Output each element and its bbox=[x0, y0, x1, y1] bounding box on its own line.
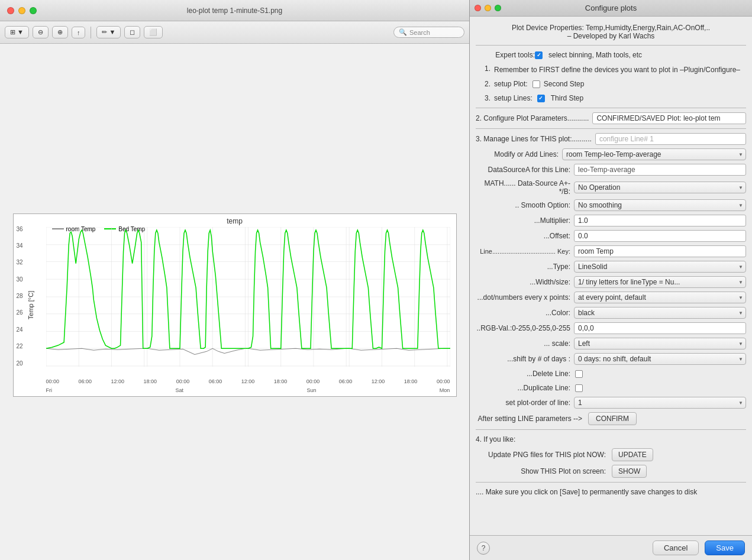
offset-input[interactable] bbox=[574, 230, 746, 242]
right-maximize-button[interactable] bbox=[495, 5, 501, 11]
modify-lines-select-wrapper[interactable]: room Temp-leo-Temp-average bbox=[562, 148, 746, 160]
save-note: .... Make sure you click on [Save] to pe… bbox=[470, 485, 752, 499]
line-width-row: ...Width/size: 1/ tiny letters for lineT… bbox=[470, 274, 752, 290]
stamp-button[interactable]: ◻ bbox=[124, 26, 140, 38]
line-type-select-wrapper[interactable]: LineSolid bbox=[574, 261, 746, 273]
offset-row: ...Offset: bbox=[470, 228, 752, 244]
divider-1 bbox=[476, 45, 746, 46]
divider-3 bbox=[476, 128, 746, 129]
line-type-row: ...Type: LineSolid bbox=[470, 259, 752, 274]
right-panel: Configure plots Plot Device Properties: … bbox=[469, 0, 752, 560]
multiplier-input[interactable] bbox=[574, 215, 746, 226]
help-button[interactable]: ? bbox=[477, 542, 490, 555]
sidebar-toggle-button[interactable]: ⊞ ▼ bbox=[5, 26, 29, 38]
multiplier-row: ...Multiplier: bbox=[470, 213, 752, 228]
expert-tools-checkbox[interactable] bbox=[535, 51, 543, 59]
plot-order-row: set plot-order of line: 1 bbox=[470, 395, 752, 410]
after-setting-row: After setting LINE parameters --> CONFIR… bbox=[470, 410, 752, 427]
modify-lines-row: Modify or Add Lines: room Temp-leo-Temp-… bbox=[470, 147, 752, 162]
dot-numbers-select-wrapper[interactable]: at every point, default bbox=[574, 292, 746, 303]
update-row: Update PNG files for THIS plot NOW: UPDA… bbox=[470, 446, 752, 463]
color-row: ...Color: black bbox=[470, 305, 752, 321]
footer: ? Cancel Save bbox=[470, 535, 752, 560]
confirm-button[interactable]: CONFIRM bbox=[588, 412, 637, 425]
divider-5 bbox=[476, 482, 746, 483]
zoom-out-button[interactable]: ⊖ bbox=[33, 26, 49, 38]
divider-4 bbox=[476, 429, 746, 430]
cancel-button[interactable]: Cancel bbox=[653, 540, 699, 555]
step2-checkbox[interactable] bbox=[532, 80, 540, 88]
shift-days-select-wrapper[interactable]: 0 days: no shift, default bbox=[574, 353, 746, 365]
chart-svg bbox=[46, 227, 450, 367]
math-data-select-wrapper[interactable]: No Operation bbox=[574, 182, 746, 193]
step3-number: 3. bbox=[476, 94, 490, 102]
color-select[interactable]: black bbox=[574, 307, 746, 319]
math-data-row: MATH...... Data-Source A+-*/B: No Operat… bbox=[470, 177, 752, 198]
zoom-in-button[interactable]: ⊕ bbox=[52, 26, 68, 38]
dot-numbers-select[interactable]: at every point, default bbox=[574, 292, 746, 303]
manage-lines-placeholder: configure Line# 1 bbox=[599, 135, 654, 143]
line-key-input[interactable] bbox=[574, 245, 746, 257]
color-select-wrapper[interactable]: black bbox=[574, 307, 746, 319]
edit-button[interactable]: ✏ ▼ bbox=[96, 26, 121, 38]
line-key-row: Line................................... … bbox=[470, 244, 752, 259]
right-close-button[interactable] bbox=[475, 5, 481, 11]
line-width-select-wrapper[interactable]: 1/ tiny letters for lineType = Nu... bbox=[574, 276, 746, 288]
delete-line-label: ...Delete Line: bbox=[476, 370, 570, 378]
minimize-button[interactable] bbox=[18, 7, 25, 14]
traffic-lights bbox=[7, 7, 37, 14]
section4-label: 4. If you like: bbox=[476, 435, 515, 444]
delete-line-checkbox[interactable] bbox=[575, 370, 583, 378]
step3-label: setup Lines: bbox=[494, 94, 532, 102]
config-plot-value[interactable]: CONFIRMED/SAVED Plot: leo-plot tem bbox=[592, 112, 746, 124]
window-titlebar: leo-plot temp 1-minute-S1.png bbox=[0, 0, 469, 21]
show-button[interactable]: SHOW bbox=[612, 465, 647, 478]
step1-text: Remember to FIRST define the devices you… bbox=[494, 64, 746, 75]
line-type-select[interactable]: LineSolid bbox=[574, 261, 746, 273]
right-titlebar: Configure plots bbox=[470, 0, 752, 17]
smooth-option-label: .. Smooth Option: bbox=[476, 201, 570, 209]
shift-days-select[interactable]: 0 days: no shift, default bbox=[574, 353, 746, 365]
close-button[interactable] bbox=[7, 7, 14, 14]
plot-order-select[interactable]: 1 bbox=[574, 397, 746, 409]
duplicate-line-label: ...Duplicate Line: bbox=[476, 384, 570, 392]
update-button[interactable]: UPDATE bbox=[612, 448, 653, 461]
step2-row: 2. setup Plot: Second Step bbox=[470, 77, 752, 91]
step3-checkbox[interactable] bbox=[537, 95, 545, 102]
duplicate-line-checkbox[interactable] bbox=[575, 384, 583, 392]
smooth-option-select-wrapper[interactable]: No smoothing bbox=[574, 199, 746, 211]
step1-row: 1. Remember to FIRST define the devices … bbox=[470, 62, 752, 77]
maximize-button[interactable] bbox=[30, 7, 37, 14]
scale-select[interactable]: Left bbox=[574, 338, 746, 349]
step2-label: setup Plot: bbox=[494, 80, 528, 88]
scale-row: ... scale: Left bbox=[470, 336, 752, 351]
bottom-buttons: Cancel Save bbox=[653, 540, 745, 555]
step3-value: Third Step bbox=[551, 94, 583, 102]
expert-tools-label: Expert tools: bbox=[476, 51, 535, 59]
subtitle2-text: – Developed by Karl Wachs bbox=[567, 32, 655, 40]
share-button[interactable]: ↑ bbox=[72, 27, 86, 38]
manage-lines-input[interactable]: configure Line# 1 bbox=[595, 133, 746, 145]
plot-order-select-wrapper[interactable]: 1 bbox=[574, 397, 746, 409]
save-button[interactable]: Save bbox=[705, 540, 745, 555]
line-width-select[interactable]: 1/ tiny letters for lineType = Nu... bbox=[574, 276, 746, 288]
manage-lines-label: 3. Manage Lines for THIS plot:.......... bbox=[476, 135, 592, 143]
color-label: ...Color: bbox=[476, 309, 570, 317]
subtitle2: – Developed by Karl Wachs bbox=[470, 32, 752, 43]
modify-lines-label: Modify or Add Lines: bbox=[476, 150, 559, 158]
smooth-option-select[interactable]: No smoothing bbox=[574, 199, 746, 211]
modify-lines-select[interactable]: room Temp-leo-Temp-average bbox=[562, 148, 746, 160]
expert-tools-row: Expert tools: select binning, Math tools… bbox=[470, 48, 752, 62]
y-axis-labels: 36 34 32 30 28 26 24 22 20 bbox=[17, 226, 23, 367]
right-minimize-button[interactable] bbox=[485, 5, 491, 11]
manage-lines-row: 3. Manage Lines for THIS plot:..........… bbox=[470, 131, 752, 147]
scale-label: ... scale: bbox=[476, 339, 570, 348]
camera-button[interactable]: ⬜ bbox=[144, 26, 163, 38]
math-data-select[interactable]: No Operation bbox=[574, 182, 746, 193]
delete-line-row: ...Delete Line: bbox=[470, 367, 752, 381]
scale-select-wrapper[interactable]: Left bbox=[574, 338, 746, 349]
rgb-label: ..RGB-Val.:0-255,0-255,0-255 bbox=[476, 324, 570, 332]
rgb-input[interactable] bbox=[574, 322, 746, 334]
shift-days-row: ...shift by # of days : 0 days: no shift… bbox=[470, 351, 752, 367]
right-traffic-lights bbox=[475, 5, 501, 11]
